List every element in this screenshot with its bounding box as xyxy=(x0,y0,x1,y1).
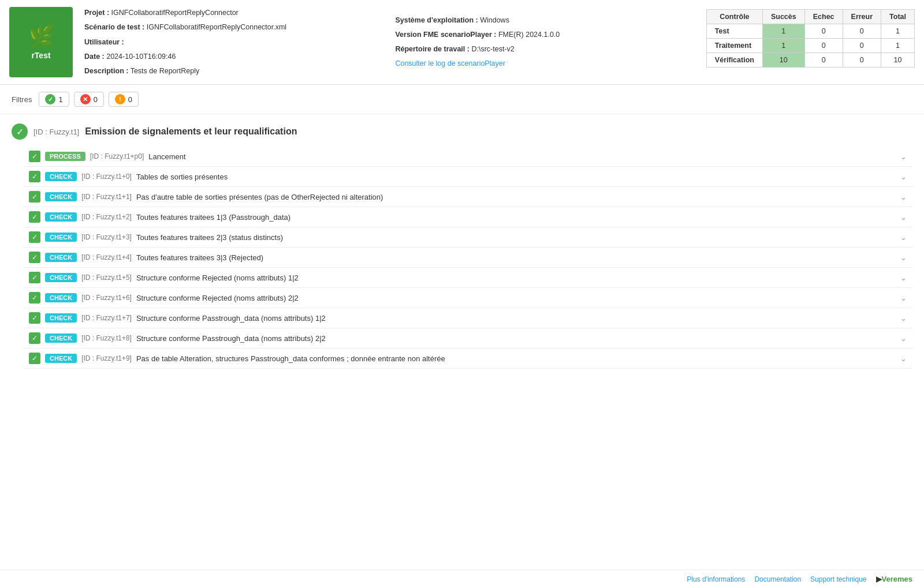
test-row[interactable]: ✓CHECK[ID : Fuzzy.t1+5]Structure conform… xyxy=(23,268,912,288)
expand-arrow-icon[interactable]: ⌄ xyxy=(900,334,907,343)
row-text: Pas de table Alteration, structures Pass… xyxy=(136,354,896,363)
col-header-contrôle: Contrôle xyxy=(706,10,762,24)
stats-row-label: Traitement xyxy=(706,39,762,53)
row-text: Toutes features traitees 2|3 (status dis… xyxy=(136,233,896,242)
filter-error-count: 0 xyxy=(94,95,98,104)
expand-arrow-icon[interactable]: ⌄ xyxy=(900,193,907,201)
date-value: 2024-10-10T16:09:46 xyxy=(106,53,176,61)
check-badge: CHECK xyxy=(45,313,77,323)
stats-erreur: 0 xyxy=(843,24,881,39)
stats-erreur: 0 xyxy=(843,39,881,53)
test-row[interactable]: ✓CHECK[ID : Fuzzy.t1+9]Pas de table Alte… xyxy=(23,349,912,369)
section-title: Emission de signalements et leur requali… xyxy=(85,126,297,137)
test-row[interactable]: ✓CHECK[ID : Fuzzy.t1+1]Pas d'autre table… xyxy=(23,187,912,207)
filters-label: Filtres xyxy=(12,95,32,104)
col-header-erreur: Erreur xyxy=(843,10,881,24)
date-label: Date : xyxy=(84,53,105,61)
row-check-icon: ✓ xyxy=(29,191,40,203)
row-text: Lancement xyxy=(148,152,896,161)
row-id: [ID : Fuzzy.t1+6] xyxy=(81,294,132,302)
main-content: ✓ [ID : Fuzzy.t1] Emission de signalemen… xyxy=(0,114,924,378)
test-row[interactable]: ✓CHECK[ID : Fuzzy.t1+3]Toutes features t… xyxy=(23,227,912,248)
expand-arrow-icon[interactable]: ⌄ xyxy=(900,253,907,262)
project-row: Projet : IGNFCollaboratifReportReplyConn… xyxy=(84,7,383,19)
stats-succes: 1 xyxy=(762,39,804,53)
filter-warning[interactable]: ! 0 xyxy=(109,92,139,107)
expand-arrow-icon[interactable]: ⌄ xyxy=(900,354,907,363)
test-row[interactable]: ✓CHECK[ID : Fuzzy.t1+4]Toutes features t… xyxy=(23,248,912,268)
fme-value: FME(R) 2024.1.0.0 xyxy=(498,31,560,39)
filter-warning-count: 0 xyxy=(128,95,132,104)
row-id: [ID : Fuzzy.t1+p0] xyxy=(90,152,144,160)
test-row[interactable]: ✓CHECK[ID : Fuzzy.t1+0]Tables de sorties… xyxy=(23,167,912,187)
error-icon: ✕ xyxy=(80,94,91,104)
stats-table: ContrôleSuccèsEchecErreurTotal Test1001T… xyxy=(706,9,915,68)
row-check-icon: ✓ xyxy=(29,353,40,364)
check-badge: CHECK xyxy=(45,354,77,363)
warning-icon: ! xyxy=(115,94,125,104)
row-text: Structure conforme Rejected (noms attrib… xyxy=(136,274,896,282)
user-row: Utilisateur : xyxy=(84,36,383,48)
log-row[interactable]: Consulter le log de scenarioPlayer xyxy=(395,58,694,70)
expand-arrow-icon[interactable]: ⌄ xyxy=(900,152,907,161)
test-row[interactable]: ✓PROCESS[ID : Fuzzy.t1+p0]Lancement⌄ xyxy=(23,147,912,167)
expand-arrow-icon[interactable]: ⌄ xyxy=(900,213,907,222)
expand-arrow-icon[interactable]: ⌄ xyxy=(900,274,907,282)
check-badge: CHECK xyxy=(45,293,77,302)
stats-total: 10 xyxy=(881,53,915,68)
project-value: IGNFCollaboratifReportReplyConnector xyxy=(111,9,239,17)
row-id: [ID : Fuzzy.t1+9] xyxy=(81,354,132,362)
check-badge: CHECK xyxy=(45,172,77,181)
logo-label: rTest xyxy=(31,51,50,60)
row-check-icon: ✓ xyxy=(29,211,40,223)
check-badge: CHECK xyxy=(45,192,77,201)
check-badge: CHECK xyxy=(45,273,77,282)
scenario-label: Scénario de test : xyxy=(84,23,144,31)
expand-arrow-icon[interactable]: ⌄ xyxy=(900,294,907,302)
test-row[interactable]: ✓CHECK[ID : Fuzzy.t1+8]Structure conform… xyxy=(23,328,912,349)
success-icon: ✓ xyxy=(45,94,55,104)
logo: 🌿 rTest xyxy=(9,7,73,77)
expand-arrow-icon[interactable]: ⌄ xyxy=(900,233,907,242)
col-header-succès: Succès xyxy=(762,10,804,24)
test-row[interactable]: ✓CHECK[ID : Fuzzy.t1+2]Toutes features t… xyxy=(23,207,912,227)
expand-arrow-icon[interactable]: ⌄ xyxy=(900,314,907,323)
stats-row-label: Test xyxy=(706,24,762,39)
expand-arrow-icon[interactable]: ⌄ xyxy=(900,173,907,181)
row-id: [ID : Fuzzy.t1+1] xyxy=(81,193,132,201)
filter-success-count: 1 xyxy=(58,95,62,104)
test-row[interactable]: ✓CHECK[ID : Fuzzy.t1+6]Structure conform… xyxy=(23,288,912,308)
date-row: Date : 2024-10-10T16:09:46 xyxy=(84,51,383,63)
stats-row: Test1001 xyxy=(706,24,914,39)
header: 🌿 rTest Projet : IGNFCollaboratifReportR… xyxy=(0,0,924,85)
system-value: Windows xyxy=(480,16,509,24)
stats-echec: 0 xyxy=(804,24,843,39)
row-id: [ID : Fuzzy.t1+4] xyxy=(81,253,132,261)
row-check-icon: ✓ xyxy=(29,292,40,304)
row-text: Toutes features traitees 1|3 (Passtrough… xyxy=(136,213,896,222)
row-id: [ID : Fuzzy.t1+2] xyxy=(81,213,132,221)
section-id: [ID : Fuzzy.t1] xyxy=(33,128,79,136)
stats-total: 1 xyxy=(881,24,915,39)
filter-error[interactable]: ✕ 0 xyxy=(74,92,104,107)
user-label: Utilisateur : xyxy=(84,38,124,46)
col-header-echec: Echec xyxy=(804,10,843,24)
filters-bar: Filtres ✓ 1 ✕ 0 ! 0 xyxy=(0,85,924,114)
stats-row: Vérification100010 xyxy=(706,53,914,68)
test-row[interactable]: ✓CHECK[ID : Fuzzy.t1+7]Structure conform… xyxy=(23,308,912,328)
check-badge: CHECK xyxy=(45,212,77,222)
system-label: Système d'exploitation : xyxy=(395,16,478,24)
filter-success[interactable]: ✓ 1 xyxy=(39,92,69,107)
logo-icon: 🌿 xyxy=(28,24,54,48)
row-text: Structure conforme Passtrough_data (noms… xyxy=(136,314,896,323)
row-text: Pas d'autre table de sorties présentes (… xyxy=(136,193,896,201)
section-check-icon: ✓ xyxy=(12,123,28,140)
row-text: Tables de sorties présentes xyxy=(136,173,896,181)
log-link[interactable]: Consulter le log de scenarioPlayer xyxy=(395,59,505,68)
row-check-icon: ✓ xyxy=(29,151,40,162)
scenario-value: IGNFCollaboratifReportReplyConnector.xml xyxy=(147,23,286,31)
row-check-icon: ✓ xyxy=(29,312,40,324)
system-row: Système d'exploitation : Windows xyxy=(395,14,694,27)
row-text: Structure conforme Rejected (noms attrib… xyxy=(136,294,896,302)
description-value: Tests de ReportReply xyxy=(131,67,200,75)
